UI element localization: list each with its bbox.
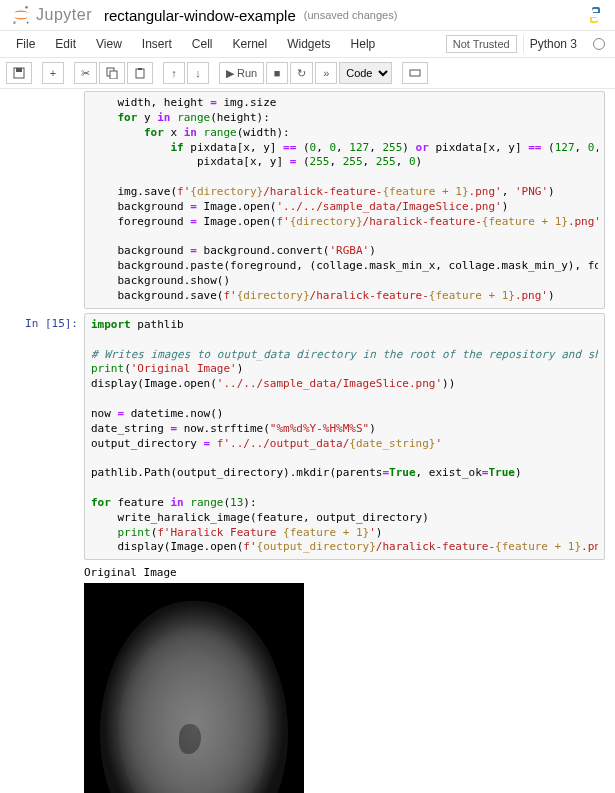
notebook-container: width, height = img.size for y in range(… [0, 89, 615, 793]
copy-button[interactable] [99, 62, 125, 84]
save-icon [13, 67, 25, 79]
python-icon [585, 5, 605, 25]
kernel-name[interactable]: Python 3 [523, 35, 583, 53]
jupyter-logo[interactable]: Jupyter [10, 4, 92, 26]
add-cell-button[interactable]: + [42, 62, 64, 84]
cell-prompt [0, 91, 84, 309]
cell-type-select[interactable]: Code [339, 62, 392, 84]
output-image-original [84, 583, 304, 793]
svg-point-2 [27, 22, 29, 24]
menu-kernel[interactable]: Kernel [223, 33, 278, 55]
menu-bar: File Edit View Insert Cell Kernel Widget… [0, 31, 615, 58]
command-palette-button[interactable] [402, 62, 428, 84]
output-text: Original Image [84, 566, 605, 579]
arrow-down-icon: ↓ [195, 67, 201, 79]
save-button[interactable] [6, 62, 32, 84]
fast-forward-icon: » [323, 67, 329, 79]
restart-run-all-button[interactable]: » [315, 62, 337, 84]
cell-output: Original Image Haralick Feature 1 [84, 560, 605, 793]
menu-help[interactable]: Help [341, 33, 386, 55]
trust-button[interactable]: Not Trusted [446, 35, 517, 53]
paste-button[interactable] [127, 62, 153, 84]
restart-icon: ↻ [297, 67, 306, 80]
plus-icon: + [50, 67, 56, 79]
code-cell[interactable]: width, height = img.size for y in range(… [0, 89, 615, 311]
move-up-button[interactable]: ↑ [163, 62, 185, 84]
header-bar: Jupyter rectangular-window-example (unsa… [0, 0, 615, 31]
stop-icon: ■ [274, 67, 281, 79]
code-input-area[interactable]: import pathlib # Writes images to output… [84, 313, 605, 561]
notebook-name[interactable]: rectangular-window-example [104, 7, 296, 24]
code-cell[interactable]: In [15]: import pathlib # Writes images … [0, 311, 615, 793]
move-down-button[interactable]: ↓ [187, 62, 209, 84]
arrow-up-icon: ↑ [171, 67, 177, 79]
menu-insert[interactable]: Insert [132, 33, 182, 55]
menu-edit[interactable]: Edit [45, 33, 86, 55]
play-icon: ▶ [226, 67, 234, 80]
run-label: Run [237, 67, 257, 79]
copy-icon [106, 67, 118, 79]
code-input-area[interactable]: width, height = img.size for y in range(… [84, 91, 605, 309]
code-content[interactable]: import pathlib # Writes images to output… [91, 318, 598, 556]
logo-text: Jupyter [36, 6, 92, 24]
svg-point-1 [13, 21, 16, 24]
svg-rect-9 [410, 70, 420, 76]
svg-rect-4 [16, 68, 22, 72]
cell-prompt: In [15]: [0, 313, 84, 793]
kernel-indicator-icon [593, 38, 605, 50]
menu-view[interactable]: View [86, 33, 132, 55]
svg-rect-8 [138, 68, 142, 70]
svg-rect-6 [110, 71, 117, 79]
svg-rect-7 [136, 69, 144, 78]
cut-button[interactable]: ✂ [74, 62, 97, 84]
restart-button[interactable]: ↻ [290, 62, 313, 84]
save-status: (unsaved changes) [304, 9, 398, 21]
toolbar: + ✂ ↑ ↓ ▶Run ■ ↻ » Code [0, 58, 615, 89]
run-button[interactable]: ▶Run [219, 62, 264, 84]
paste-icon [134, 67, 146, 79]
jupyter-icon [10, 4, 32, 26]
menu-file[interactable]: File [6, 33, 45, 55]
code-content[interactable]: width, height = img.size for y in range(… [91, 96, 598, 304]
scissors-icon: ✂ [81, 67, 90, 80]
stop-button[interactable]: ■ [266, 62, 288, 84]
svg-point-0 [25, 6, 28, 9]
keyboard-icon [409, 67, 421, 79]
menu-widgets[interactable]: Widgets [277, 33, 340, 55]
menu-cell[interactable]: Cell [182, 33, 223, 55]
